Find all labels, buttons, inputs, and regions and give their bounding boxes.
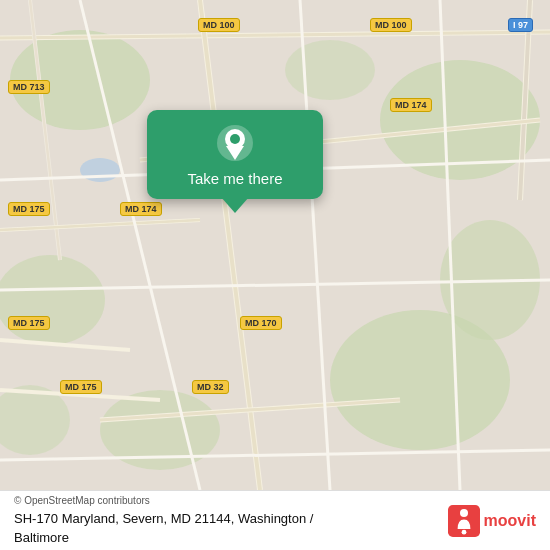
footer-left: © OpenStreetMap contributors SH-170 Mary… xyxy=(14,495,313,546)
road-badge-md175-1: MD 175 xyxy=(8,202,50,216)
moovit-brand-text: moovit xyxy=(484,512,536,530)
svg-point-8 xyxy=(285,40,375,100)
road-badge-md713: MD 713 xyxy=(8,80,50,94)
map-callout[interactable]: Take me there xyxy=(147,110,323,199)
location-info: SH-170 Maryland, Severn, MD 21144, Washi… xyxy=(14,509,313,546)
map-container: I 97 MD 100 MD 100 MD 174 MD 174 MD 175 … xyxy=(0,0,550,490)
road-badge-md174-1: MD 174 xyxy=(390,98,432,112)
osm-attribution: © OpenStreetMap contributors xyxy=(14,495,313,506)
svg-point-9 xyxy=(80,158,120,182)
svg-point-36 xyxy=(231,135,239,143)
map-svg xyxy=(0,0,550,490)
location-line2: Baltimore xyxy=(14,530,69,545)
svg-point-38 xyxy=(460,509,468,517)
road-badge-md170: MD 170 xyxy=(240,316,282,330)
location-line1: SH-170 Maryland, Severn, MD 21144, Washi… xyxy=(14,511,313,526)
moovit-icon xyxy=(448,505,480,537)
road-badge-md175-2: MD 175 xyxy=(8,316,50,330)
svg-point-39 xyxy=(461,529,466,534)
moovit-logo: moovit xyxy=(448,505,536,537)
road-badge-md175-3: MD 175 xyxy=(60,380,102,394)
road-badge-md100-2: MD 100 xyxy=(370,18,412,32)
road-badge-i97: I 97 xyxy=(508,18,533,32)
location-pin-icon xyxy=(216,124,254,162)
road-badge-md100-1: MD 100 xyxy=(198,18,240,32)
svg-point-4 xyxy=(0,255,105,345)
road-badge-md32: MD 32 xyxy=(192,380,229,394)
road-badge-md174-2: MD 174 xyxy=(120,202,162,216)
callout-label: Take me there xyxy=(187,170,282,187)
footer-bar: © OpenStreetMap contributors SH-170 Mary… xyxy=(0,490,550,550)
